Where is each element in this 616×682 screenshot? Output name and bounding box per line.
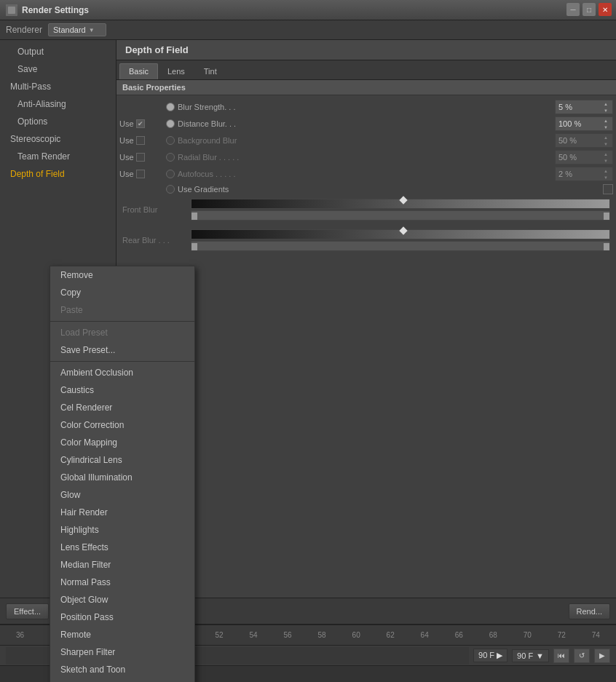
ctx-item-lenseffects[interactable]: Lens Effects: [50, 539, 194, 556]
ctx-item-highlights[interactable]: Highlights: [50, 521, 194, 539]
ctx-item-savepreset[interactable]: Save Preset...: [50, 341, 194, 359]
ctx-item-medianfilter[interactable]: Median Filter: [50, 556, 194, 574]
context-menu: Remove Copy Paste Load Preset Save Prese…: [50, 266, 195, 682]
ctx-item-paste: Paste: [50, 301, 194, 319]
ctx-item-positionpass[interactable]: Position Pass: [50, 608, 194, 626]
ctx-separator-1: [50, 321, 194, 322]
context-menu-overlay[interactable]: Remove Copy Paste Load Preset Save Prese…: [0, 0, 616, 682]
ctx-item-softfilter[interactable]: Soft Filter: [50, 678, 194, 682]
ctx-item-copy[interactable]: Copy: [50, 284, 194, 301]
ctx-item-objectglow[interactable]: Object Glow: [50, 591, 194, 608]
ctx-item-remove[interactable]: Remove: [50, 266, 194, 284]
ctx-item-globalillumination[interactable]: Global Illumination: [50, 469, 194, 486]
ctx-item-hairrender[interactable]: Hair Render: [50, 504, 194, 521]
ctx-item-cylindricallens[interactable]: Cylindrical Lens: [50, 451, 194, 469]
ctx-item-normalpass[interactable]: Normal Pass: [50, 574, 194, 591]
ctx-item-sketchandtoon[interactable]: Sketch and Toon: [50, 661, 194, 678]
ctx-item-ambientocclusion[interactable]: Ambient Occlusion: [50, 364, 194, 381]
ctx-item-colormapping[interactable]: Color Mapping: [50, 434, 194, 451]
ctx-item-caustics[interactable]: Caustics: [50, 381, 194, 399]
ctx-item-colorcorrection[interactable]: Color Correction: [50, 416, 194, 434]
ctx-item-loadpreset: Load Preset: [50, 324, 194, 341]
ctx-separator-2: [50, 361, 194, 362]
ctx-item-celrenderer[interactable]: Cel Renderer: [50, 399, 194, 416]
ctx-item-remote[interactable]: Remote: [50, 626, 194, 643]
ctx-item-sharpenfilter[interactable]: Sharpen Filter: [50, 643, 194, 661]
ctx-item-glow[interactable]: Glow: [50, 486, 194, 504]
